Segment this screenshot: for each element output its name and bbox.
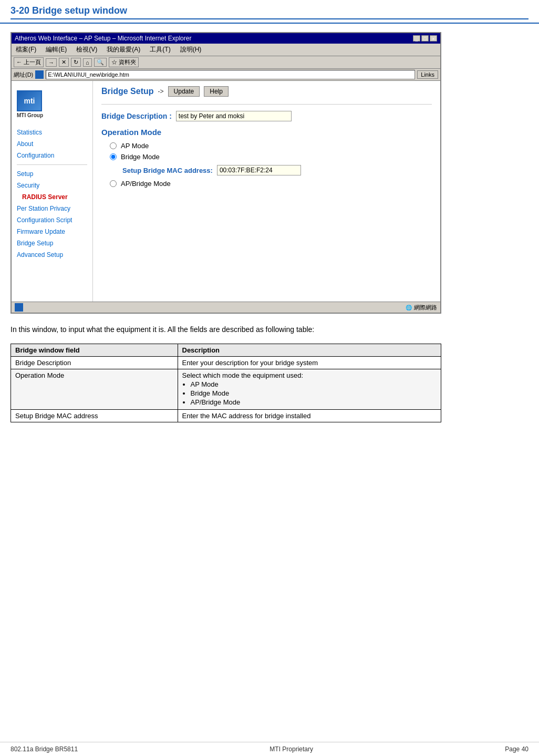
ap-bridge-mode-radio[interactable] (110, 180, 117, 187)
menu-view[interactable]: 檢視(V) (74, 45, 99, 55)
sidebar-item-bridge-setup[interactable]: Bridge Setup (12, 237, 92, 249)
refresh-button[interactable]: ↻ (71, 58, 81, 67)
network-text: 網際網路 (414, 304, 437, 312)
table-cell-field: Operation Mode (11, 369, 178, 410)
sidebar-item-firmware-update[interactable]: Firmware Update (12, 226, 92, 237)
bridge-description-label: Bridge Description : (101, 112, 172, 120)
browser-statusbar: 🌐 網際網路 (12, 302, 440, 313)
help-button[interactable]: Help (204, 86, 229, 97)
table-cell-field: Bridge Description (11, 357, 178, 369)
table-row: Bridge Description Enter your descriptio… (11, 357, 441, 369)
browser-toolbar: ← 上一頁 → ✕ ↻ ⌂ 🔍 ☆ 資料夾 (12, 56, 440, 69)
table-row: Operation Mode Select which mode the equ… (11, 369, 441, 410)
favorites-btn[interactable]: ☆ 資料夾 (109, 57, 139, 67)
browser-title-text: Atheros Web Interface – AP Setup – Micro… (15, 35, 191, 42)
maximize-button[interactable]: □ (421, 35, 429, 42)
links-button[interactable]: Links (417, 70, 438, 79)
operation-mode-title: Operation Mode (101, 128, 432, 137)
panel-title: Bridge Setup (101, 87, 154, 96)
status-icon (15, 303, 23, 312)
main-panel: Bridge Setup -> Update Help Bridge Descr… (93, 81, 440, 302)
browser-window: Atheros Web Interface – AP Setup – Micro… (11, 32, 441, 314)
table-cell-description: Enter the MAC address for bridge install… (178, 410, 441, 422)
table-header-field: Bridge window field (11, 344, 178, 357)
panel-title-row: Bridge Setup -> Update Help (101, 86, 432, 97)
sidebar-divider (17, 164, 87, 165)
panel-divider-top (101, 104, 432, 105)
bridge-mac-label: Setup Bridge MAC address: (122, 167, 213, 174)
ap-bridge-mode-label: AP/Bridge Mode (121, 180, 171, 188)
sidebar-item-about[interactable]: About (12, 138, 92, 150)
table-cell-field: Setup Bridge MAC address (11, 410, 178, 422)
sidebar-item-setup[interactable]: Setup (12, 168, 92, 180)
menu-edit[interactable]: 編輯(E) (44, 45, 69, 55)
bridge-mode-label: Bridge Mode (121, 153, 160, 161)
browser-menubar: 檔案(F) 編輯(E) 檢視(V) 我的最愛(A) 工具(T) 說明(H) (12, 44, 440, 56)
stop-button[interactable]: ✕ (59, 58, 69, 67)
forward-button[interactable]: → (46, 58, 57, 67)
bridge-mac-row: Setup Bridge MAC address: (122, 165, 432, 175)
bullet-item: Bridge Mode (191, 389, 437, 397)
logo-text: MTI Group (17, 112, 43, 118)
network-icon: 🌐 (406, 305, 412, 310)
logo-abbr: mti (24, 97, 35, 105)
page-title: 3-20 Bridge setup window (11, 5, 528, 19)
close-button[interactable]: × (430, 35, 437, 42)
menu-file[interactable]: 檔案(F) (14, 45, 38, 55)
minimize-button[interactable]: _ (413, 35, 420, 42)
page-header: 3-20 Bridge setup window (0, 0, 539, 24)
menu-help[interactable]: 說明(H) (178, 45, 204, 55)
sidebar-item-configuration[interactable]: Configuration (12, 150, 92, 161)
status-right: 🌐 網際網路 (406, 304, 437, 312)
browser-addressbar: 網址(D) Links (12, 69, 440, 81)
table-cell-description: Select which mode the equipment used: AP… (178, 369, 441, 410)
bullet-item: AP/Bridge Mode (191, 398, 437, 406)
bridge-description-row: Bridge Description : (101, 111, 432, 121)
table-header-description: Description (178, 344, 441, 357)
sidebar-item-security[interactable]: Security (12, 180, 92, 191)
address-input[interactable] (46, 70, 415, 79)
ap-bridge-mode-row: AP/Bridge Mode (110, 180, 432, 188)
bridge-fields-table: Bridge window field Description Bridge D… (11, 344, 441, 422)
back-button[interactable]: ← 上一頁 (14, 57, 44, 67)
home-button[interactable]: ⌂ (83, 58, 92, 67)
bridge-mode-row: Bridge Mode (110, 153, 432, 161)
footer-left: 802.11a Bridge BR5811 (11, 745, 78, 753)
sidebar-item-advanced-setup[interactable]: Advanced Setup (12, 249, 92, 261)
bullet-item: AP Mode (191, 380, 437, 388)
bridge-description-input[interactable] (176, 111, 292, 121)
sidebar-item-statistics[interactable]: Statistics (12, 127, 92, 138)
browser-icon (35, 70, 44, 79)
sidebar-logo: mti MTI Group (12, 86, 92, 122)
footer-right: Page 40 (505, 745, 528, 753)
bridge-mac-input[interactable] (217, 165, 301, 175)
menu-favorites[interactable]: 我的最愛(A) (105, 45, 142, 55)
address-label: 網址(D) (14, 71, 33, 79)
menu-tools[interactable]: 工具(T) (148, 45, 172, 55)
ap-mode-row: AP Mode (110, 142, 432, 150)
logo-image: mti (17, 90, 42, 111)
footer-center: MTI Proprietary (270, 745, 313, 753)
titlebar-buttons: _ □ × (413, 35, 437, 42)
update-button[interactable]: Update (168, 86, 200, 97)
panel-arrow: -> (158, 88, 164, 95)
description-text: In this window, to input what the equipm… (11, 324, 528, 335)
sidebar-item-radius-server[interactable]: RADIUS Server (12, 191, 92, 203)
browser-titlebar: Atheros Web Interface – AP Setup – Micro… (12, 33, 440, 44)
sidebar-item-per-station-privacy[interactable]: Per Station Privacy (12, 203, 92, 214)
search-button[interactable]: 🔍 (94, 58, 107, 67)
table-row: Setup Bridge MAC address Enter the MAC a… (11, 410, 441, 422)
page-footer: 802.11a Bridge BR5811 MTI Proprietary Pa… (0, 742, 539, 756)
ap-mode-radio[interactable] (110, 142, 117, 149)
operation-mode-bullets: AP Mode Bridge Mode AP/Bridge Mode (182, 380, 437, 406)
sidebar: mti MTI Group Statistics About Configura… (12, 81, 93, 302)
sidebar-item-configuration-script[interactable]: Configuration Script (12, 214, 92, 226)
ap-mode-label: AP Mode (121, 142, 149, 150)
bridge-mode-radio[interactable] (110, 153, 117, 160)
browser-content: mti MTI Group Statistics About Configura… (12, 81, 440, 302)
table-cell-description: Enter your description for your bridge s… (178, 357, 441, 369)
